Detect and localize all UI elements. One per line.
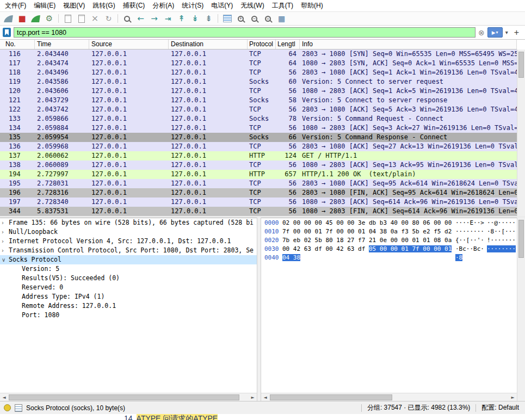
expand-icon[interactable]: › xyxy=(2,237,8,246)
expand-icon[interactable]: › xyxy=(2,246,8,255)
packet-row[interactable]: 1332.059866127.0.0.1127.0.0.1Socks78Vers… xyxy=(0,114,517,123)
expand-icon[interactable]: › xyxy=(2,218,8,227)
packet-row[interactable]: 1362.059968127.0.0.1127.0.0.1TCP562803 →… xyxy=(0,142,517,151)
packet-list-scroll-thumb[interactable] xyxy=(518,52,524,78)
auto-scroll-button[interactable]: ⇟ xyxy=(202,13,215,24)
scroll-left-icon[interactable]: ◄ xyxy=(0,393,8,401)
column-header-len[interactable]: Lengtl xyxy=(276,40,300,49)
go-back-button[interactable]: ← xyxy=(134,13,147,24)
menu-tools[interactable]: 工具(T) xyxy=(268,0,297,12)
detail-item[interactable]: ›Internet Protocol Version 4, Src: 127.0… xyxy=(0,237,257,246)
details-hscrollbar[interactable]: ◄ ► xyxy=(0,393,257,401)
bytes-scroll-thumb[interactable] xyxy=(518,220,524,258)
detail-item[interactable]: Reserved: 0 xyxy=(0,283,257,292)
menu-capture[interactable]: 捕获(C) xyxy=(119,0,149,12)
zoom-out-button[interactable]: − xyxy=(248,13,261,24)
zoom-reset-button[interactable]: = xyxy=(262,13,274,24)
hex-line[interactable]: 00207b eb 02 5b 80 18 27 f721 0e 00 00 0… xyxy=(261,236,517,244)
display-filter-input[interactable]: tcp.port == 1080 xyxy=(14,27,475,38)
column-header-dst[interactable]: Destination xyxy=(169,40,248,49)
packet-row[interactable]: 3445.837531127.0.0.1127.0.0.1TCP561080 →… xyxy=(0,207,517,216)
packet-row[interactable]: 1942.727997127.0.0.1127.0.0.1HTTP657HTTP… xyxy=(0,170,517,179)
hex-line[interactable]: 000002 00 00 00 45 00 00 3edb b3 40 00 8… xyxy=(261,219,517,227)
detail-item[interactable]: Results(V5): Succeeded (0) xyxy=(0,274,257,283)
hex-line[interactable]: 00107f 00 00 01 7f 00 00 0104 38 0a f3 5… xyxy=(261,227,517,236)
packet-row[interactable]: 1182.043496127.0.0.1127.0.0.1TCP562803 →… xyxy=(0,68,517,77)
stop-capture-button[interactable]: ■ xyxy=(16,13,28,24)
restart-capture-button[interactable] xyxy=(29,13,42,24)
bytes-scrollbar[interactable] xyxy=(517,218,525,401)
column-header-proto[interactable]: Protocol xyxy=(248,40,276,49)
detail-item[interactable]: ›Frame 135: 66 bytes on wire (528 bits),… xyxy=(0,218,257,227)
packet-row[interactable]: 1202.043606127.0.0.1127.0.0.1TCP561080 →… xyxy=(0,87,517,96)
menu-go[interactable]: 跳转(G) xyxy=(89,0,119,12)
open-file-button[interactable] xyxy=(61,13,74,24)
go-forward-button[interactable]: → xyxy=(148,13,160,24)
menu-telephony[interactable]: 电话(Y) xyxy=(207,0,237,12)
packet-row[interactable]: 1342.059884127.0.0.1127.0.0.1TCP561080 →… xyxy=(0,123,517,133)
scroll-left-icon[interactable]: ◄ xyxy=(261,393,269,401)
save-file-button[interactable] xyxy=(75,13,88,24)
detail-item[interactable]: ›Transmission Control Protocol, Src Port… xyxy=(0,246,257,255)
filter-dropdown-icon[interactable]: ▾ xyxy=(505,29,508,35)
detail-item[interactable]: ›Null/Loopback xyxy=(0,227,257,237)
expand-icon[interactable]: › xyxy=(2,227,8,237)
packet-row[interactable]: 1212.043729127.0.0.1127.0.0.1Socks58Vers… xyxy=(0,96,517,105)
last-packet-button[interactable]: ↡ xyxy=(189,13,201,24)
capture-comment-icon[interactable] xyxy=(15,404,22,412)
packet-row[interactable]: 1192.043586127.0.0.1127.0.0.1Socks60Vers… xyxy=(0,77,517,87)
packet-row[interactable]: 1952.728031127.0.0.1127.0.0.1TCP562803 →… xyxy=(0,179,517,188)
scroll-right-icon[interactable]: ► xyxy=(249,393,257,401)
menu-analyze[interactable]: 分析(A) xyxy=(149,0,178,12)
column-header-src[interactable]: Source xyxy=(89,40,169,49)
packet-list-scrollbar[interactable] xyxy=(517,50,525,216)
first-packet-button[interactable]: ↟ xyxy=(175,13,188,24)
close-file-button[interactable]: × xyxy=(89,13,101,24)
packet-row[interactable]: 1162.043440127.0.0.1127.0.0.1TCP642803 →… xyxy=(0,50,517,59)
collapse-icon[interactable]: ∨ xyxy=(2,255,8,264)
status-profile[interactable]: 配置: Default xyxy=(481,403,519,412)
colorize-button[interactable] xyxy=(221,13,233,24)
go-to-packet-button[interactable]: ⇥ xyxy=(162,13,174,24)
menu-statistics[interactable]: 统计(S) xyxy=(178,0,207,12)
reload-button[interactable]: ↻ xyxy=(102,13,115,24)
packet-row[interactable]: 1172.043474127.0.0.1127.0.0.1TCP641080 →… xyxy=(0,59,517,68)
packet-row[interactable]: 1962.728316127.0.0.1127.0.0.1TCP562803 →… xyxy=(0,188,517,197)
details-bytes-divider[interactable] xyxy=(257,218,261,401)
detail-item[interactable]: ∨Socks Protocol xyxy=(0,255,257,264)
bytes-hscrollbar[interactable]: ◄ ► xyxy=(261,393,517,401)
packet-row[interactable]: 1382.060089127.0.0.1127.0.0.1TCP561080 →… xyxy=(0,160,517,170)
menu-view[interactable]: 视图(V) xyxy=(59,0,89,12)
packet-row[interactable]: 1972.728340127.0.0.1127.0.0.1TCP561080 →… xyxy=(0,197,517,207)
hex-line[interactable]: 003000 42 63 df 00 42 63 df05 00 00 01 7… xyxy=(261,245,517,253)
find-packet-button[interactable] xyxy=(121,13,133,24)
packet-bytes-pane: 000002 00 00 00 45 00 00 3edb b3 40 00 8… xyxy=(261,218,517,401)
filter-bookmark-icon[interactable] xyxy=(3,28,11,37)
details-hscroll-thumb[interactable] xyxy=(9,394,239,400)
column-header-no[interactable]: No. xyxy=(0,40,35,49)
detail-item[interactable]: Port: 1080 xyxy=(0,311,257,320)
menu-file[interactable]: 文件(F) xyxy=(1,0,30,12)
hex-line[interactable]: 004004 38·8 xyxy=(261,254,517,262)
expert-info-icon[interactable] xyxy=(4,404,11,411)
packet-row[interactable]: 1352.059954127.0.0.1127.0.0.1Socks66Vers… xyxy=(0,133,517,142)
filter-apply-button[interactable]: ▶▾ xyxy=(487,27,503,38)
detail-item[interactable]: Address Type: IPv4 (1) xyxy=(0,292,257,301)
zoom-in-button[interactable]: + xyxy=(234,13,247,24)
capture-options-button[interactable]: ⚙ xyxy=(43,13,55,24)
scroll-right-icon[interactable]: ► xyxy=(509,393,517,401)
menu-help[interactable]: 帮助(H) xyxy=(297,0,327,12)
menu-edit[interactable]: 编辑(E) xyxy=(30,0,59,12)
detail-item[interactable]: Remote Address: 127.0.0.1 xyxy=(0,301,257,311)
packet-row[interactable]: 1372.060062127.0.0.1127.0.0.1HTTP124GET … xyxy=(0,151,517,160)
bytes-hscroll-thumb[interactable] xyxy=(270,394,392,400)
column-header-info[interactable]: Info xyxy=(300,40,517,49)
resize-columns-button[interactable]: ▦ xyxy=(275,13,288,24)
filter-clear-icon[interactable]: ⊗ xyxy=(478,29,485,36)
start-capture-button[interactable] xyxy=(2,13,15,24)
packet-row[interactable]: 1222.043742127.0.0.1127.0.0.1TCP562803 →… xyxy=(0,105,517,114)
filter-add-button[interactable]: + xyxy=(511,28,522,38)
menu-wireless[interactable]: 无线(W) xyxy=(237,0,268,12)
column-header-time[interactable]: Time xyxy=(35,40,89,49)
detail-item[interactable]: Version: 5 xyxy=(0,264,257,274)
